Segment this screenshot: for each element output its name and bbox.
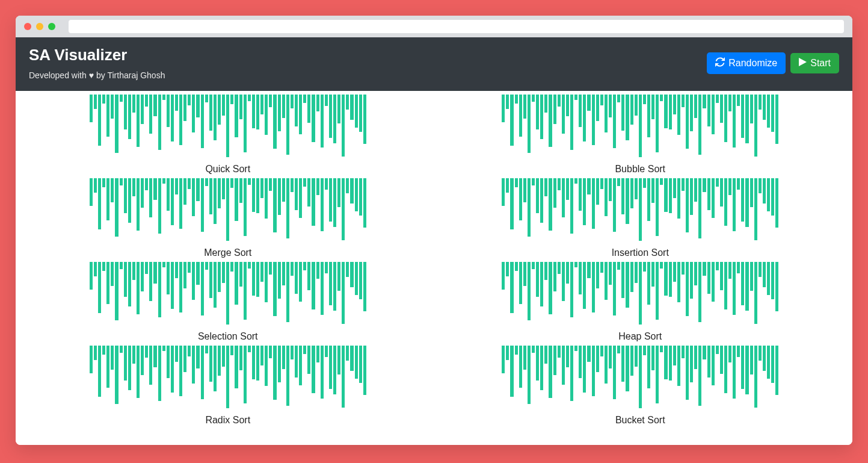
bar [694, 178, 697, 202]
bar [111, 95, 114, 119]
bar [544, 178, 547, 196]
bar [587, 95, 590, 111]
bar [759, 262, 762, 277]
bar [120, 95, 123, 102]
bar [350, 262, 353, 287]
bar [775, 178, 778, 228]
bar [558, 262, 561, 274]
randomize-label: Randomize [728, 58, 777, 69]
bar [656, 262, 659, 320]
bar [630, 346, 633, 376]
bar [698, 178, 701, 238]
bar [605, 95, 608, 132]
bar [635, 95, 638, 116]
subtitle-prefix: Developed with [29, 70, 87, 80]
bar [132, 346, 135, 364]
bar [175, 262, 178, 278]
bar [596, 346, 599, 372]
bar [660, 346, 663, 352]
bar [712, 95, 715, 134]
bar [273, 95, 276, 149]
bar [239, 178, 242, 203]
bar [342, 178, 345, 240]
bar [716, 95, 719, 103]
bar [260, 95, 263, 114]
bar [321, 95, 324, 148]
bar [265, 178, 268, 219]
bar [158, 262, 161, 317]
bar [745, 346, 748, 394]
bar [303, 178, 306, 187]
bar [613, 95, 616, 148]
bar [244, 346, 247, 403]
bar [183, 262, 186, 288]
bar [363, 262, 366, 311]
bar [536, 178, 539, 213]
window-minimize-dot[interactable] [36, 23, 43, 30]
bar [745, 178, 748, 227]
panel-label: Insertion Sort [612, 247, 669, 258]
bar [102, 95, 105, 104]
start-button[interactable]: Start [790, 53, 839, 73]
sort-panel: Insertion Sort [500, 178, 781, 258]
bar [570, 95, 573, 150]
randomize-button[interactable]: Randomize [707, 52, 786, 74]
bar [329, 346, 332, 389]
bar [252, 178, 255, 212]
bar [609, 178, 612, 201]
bar [188, 178, 191, 189]
bar [763, 262, 766, 287]
app-title: SA Visualizer [29, 46, 165, 64]
bar [686, 178, 689, 232]
bar [643, 262, 646, 272]
bar [673, 178, 676, 198]
bar [754, 178, 757, 240]
bar [111, 178, 114, 202]
window-maximize-dot[interactable] [48, 23, 55, 30]
bar [532, 346, 535, 353]
bar [651, 95, 654, 119]
bar [502, 262, 505, 290]
bar [183, 346, 186, 372]
bar [515, 178, 518, 187]
bar [363, 178, 366, 228]
bar [149, 346, 152, 385]
bar [256, 95, 259, 129]
panel-label: Heap Sort [618, 331, 662, 342]
bar [346, 262, 349, 277]
bar [295, 95, 298, 126]
bar [209, 178, 212, 214]
bar [149, 95, 152, 134]
url-bar[interactable] [69, 20, 844, 33]
bar [728, 95, 731, 111]
bar [106, 178, 109, 220]
bar [669, 178, 672, 213]
brand-block: SA Visualizer Developed with ♥ by Tirtha… [29, 46, 165, 80]
bar [273, 178, 276, 232]
bar [98, 262, 101, 313]
bar [596, 262, 599, 288]
bar [124, 178, 127, 213]
bar [303, 262, 306, 270]
bar [532, 262, 535, 269]
bar [321, 178, 324, 231]
window-close-dot[interactable] [24, 23, 31, 30]
bar [707, 178, 710, 210]
bar [579, 95, 582, 127]
bar [716, 262, 719, 270]
bar [363, 346, 366, 395]
content-area: Quick SortBubble SortMerge SortInsertion… [16, 91, 852, 445]
bar [179, 95, 182, 145]
bar [621, 178, 624, 214]
bar [102, 346, 105, 355]
bar [775, 346, 778, 395]
app-subtitle: Developed with ♥ by Tirtharaj Ghosh [29, 70, 165, 80]
bar [570, 262, 573, 317]
bar [175, 95, 178, 111]
bar [226, 262, 229, 325]
bar [269, 262, 272, 275]
bar [643, 95, 646, 104]
bar [316, 262, 319, 279]
bar [192, 95, 195, 132]
bar [682, 95, 685, 107]
